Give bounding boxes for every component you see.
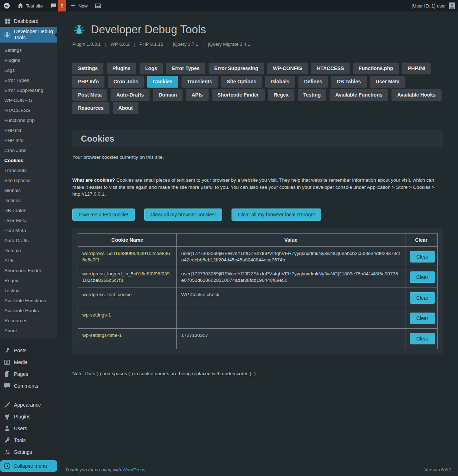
meta-separator: | xyxy=(167,41,169,47)
tab-post-meta[interactable]: Post Meta xyxy=(72,89,107,101)
collapse-arrow-icon xyxy=(4,462,11,470)
table-row: wordpress_logged_in_5c016e8f0f95f039102c… xyxy=(78,267,438,288)
sidebar-item-tools[interactable]: Tools xyxy=(0,434,57,446)
wordpress-logo-menu[interactable]: W xyxy=(0,0,14,11)
tab-regex[interactable]: Regex xyxy=(268,89,294,101)
test-cookie-button[interactable]: Give me a test cookie! xyxy=(72,208,135,221)
clear-cookie-button[interactable]: Clear xyxy=(410,251,435,262)
tab-php-info[interactable]: PHP Info xyxy=(72,76,104,88)
tab-apis[interactable]: APIs xyxy=(186,89,208,101)
sidebar-item-users[interactable]: Users xyxy=(0,422,57,434)
tab-cookies[interactable]: Cookies xyxy=(147,76,178,88)
section-header-panel: Cookies xyxy=(72,130,443,147)
tab-domain[interactable]: Domain xyxy=(153,89,182,101)
tab-available-hooks[interactable]: Available Hooks xyxy=(391,89,442,101)
site-name-menu[interactable]: Test site xyxy=(14,0,47,11)
collapse-menu-button[interactable]: Collapse menu xyxy=(0,460,57,472)
avatar[interactable] xyxy=(449,3,455,9)
submenu-item-regex[interactable]: Regex xyxy=(0,276,57,286)
submenu-item-auto-drafts[interactable]: Auto-Drafts xyxy=(0,236,57,246)
submenu-item-available-functions[interactable]: Available Functions xyxy=(0,296,57,306)
tab-wp-config[interactable]: WP-CONFIG xyxy=(267,63,308,74)
tab-htaccess[interactable]: HTACCESS xyxy=(311,63,350,74)
submenu-item-php-ini[interactable]: PHP.INI xyxy=(0,126,57,136)
submenu-item-htaccess[interactable]: HTACCESS xyxy=(0,105,57,116)
submenu-item-defines[interactable]: Defines xyxy=(0,196,57,206)
tab-user-meta[interactable]: User Meta xyxy=(370,76,405,88)
clear-cookie-button[interactable]: Clear xyxy=(410,292,435,304)
submenu-item-db-tables[interactable]: DB Tables xyxy=(0,206,57,216)
submenu-item-available-hooks[interactable]: Available Hooks xyxy=(0,306,57,316)
sidebar-item-pages[interactable]: Pages xyxy=(0,368,57,380)
submenu-item-plugins[interactable]: Plugins xyxy=(0,55,57,65)
clear-local-storage-button[interactable]: Clear all my browser local storage! xyxy=(232,208,321,221)
submenu-item-error-suppressing[interactable]: Error Suppressing xyxy=(0,85,57,95)
submenu-item-site-options[interactable]: Site Options xyxy=(0,176,57,186)
submenu-item-settings[interactable]: Settings xyxy=(0,45,57,55)
submenu-item-post-meta[interactable]: Post Meta xyxy=(0,226,57,236)
sidebar-item-plugins[interactable]: Plugins xyxy=(0,411,57,422)
new-content-menu[interactable]: New xyxy=(66,0,91,11)
tab-shortcode-finder[interactable]: Shortcode Finder xyxy=(212,89,265,101)
sidebar-item-label: Media xyxy=(14,359,28,365)
sidebar-item-appearance[interactable]: Appearance xyxy=(0,399,57,411)
sidebar-item-label: Dashboard xyxy=(14,18,39,24)
tab-error-suppressing[interactable]: Error Suppressing xyxy=(209,63,264,74)
tab-available-functions[interactable]: Available Functions xyxy=(330,89,388,101)
user-greeting[interactable]: (User ID: 1) user xyxy=(411,3,446,9)
tab-error-types[interactable]: Error Types xyxy=(166,63,205,74)
submenu-item-user-meta[interactable]: User Meta xyxy=(0,216,57,226)
tab-functions-php[interactable]: Functions.php xyxy=(353,63,399,74)
submenu-item-resources[interactable]: Resources xyxy=(0,316,57,326)
sidebar-item-developer-debug-tools[interactable]: Developer Debug Tools xyxy=(0,27,57,43)
tab-plugins[interactable]: Plugins xyxy=(107,63,136,74)
submenu-item-apis[interactable]: APIs xyxy=(0,256,57,266)
submenu-item-about[interactable]: About xyxy=(0,326,57,336)
wordpress-link[interactable]: WordPress xyxy=(122,467,145,472)
sidebar-item-dashboard[interactable]: Dashboard xyxy=(0,15,57,27)
sidebar-item-settings[interactable]: Settings xyxy=(0,446,57,458)
comment-count: 0 xyxy=(61,3,63,9)
main-content: Developer Debug Tools Plugin 1.8.3.1 | W… xyxy=(57,11,458,476)
debug-bug-icon xyxy=(72,23,86,36)
tab-auto-drafts[interactable]: Auto-Drafts xyxy=(111,89,150,101)
sidebar-item-media[interactable]: Media xyxy=(0,356,57,368)
tab-cron-jobs[interactable]: Cron Jobs xyxy=(108,76,144,88)
comment-count-badge[interactable]: 0 xyxy=(58,0,66,11)
person-icon xyxy=(4,425,11,432)
media-shortcut-menu[interactable] xyxy=(91,0,105,11)
submenu-item-transients[interactable]: Transients xyxy=(0,166,57,176)
sidebar-item-comments[interactable]: Comments xyxy=(0,380,57,392)
tab-defines[interactable]: Defines xyxy=(298,76,328,88)
submenu-item-testing[interactable]: Testing xyxy=(0,286,57,296)
clear-browser-cookies-button[interactable]: Clear all my browser cookies! xyxy=(144,208,223,221)
tab-settings[interactable]: Settings xyxy=(72,63,103,74)
tab-globals[interactable]: Globals xyxy=(265,76,295,88)
tab-db-tables[interactable]: DB Tables xyxy=(331,76,366,88)
submenu-item-globals[interactable]: Globals xyxy=(0,186,57,196)
submenu-item-shortcode-finder[interactable]: Shortcode Finder xyxy=(0,266,57,276)
sidebar-item-posts[interactable]: Posts xyxy=(0,344,57,356)
comment-bubble-icon xyxy=(50,3,57,9)
clear-cookie-button[interactable]: Clear xyxy=(410,313,435,324)
submenu-item-wp-config[interactable]: WP-CONFIG xyxy=(0,95,57,105)
submenu-item-logs[interactable]: Logs xyxy=(0,65,57,75)
tab-logs[interactable]: Logs xyxy=(140,63,163,74)
cookie-name-cell: wordpress_5c016e8f0f95f039102cbe8366c5c7… xyxy=(78,246,177,267)
submenu-item-functions-php[interactable]: Functions.php xyxy=(0,116,57,126)
submenu-item-error-types[interactable]: Error Types xyxy=(0,75,57,85)
cookie-value-cell: 1727130307 xyxy=(177,328,405,349)
clear-cookie-button[interactable]: Clear xyxy=(410,333,435,344)
tab-site-options[interactable]: Site Options xyxy=(221,76,262,88)
clear-cookie-button[interactable]: Clear xyxy=(410,271,435,283)
tab-about[interactable]: About xyxy=(113,102,138,114)
submenu-item-cron-jobs[interactable]: Cron Jobs xyxy=(0,146,57,156)
submenu-item-cookies[interactable]: Cookies xyxy=(0,156,57,166)
submenu-item-domain[interactable]: Domain xyxy=(0,246,57,256)
submenu-item-php-info[interactable]: PHP Info xyxy=(0,136,57,146)
tab-resources[interactable]: Resources xyxy=(72,102,109,114)
comments-menu[interactable] xyxy=(47,0,58,11)
tab-testing[interactable]: Testing xyxy=(298,89,327,101)
tab-php-ini[interactable]: PHP.INI xyxy=(402,63,431,74)
tab-transients[interactable]: Transients xyxy=(181,76,218,88)
